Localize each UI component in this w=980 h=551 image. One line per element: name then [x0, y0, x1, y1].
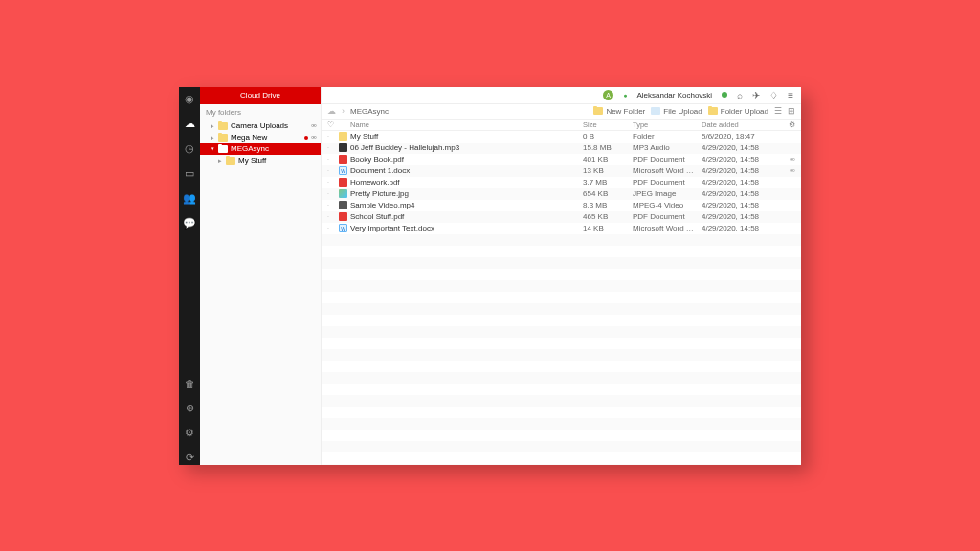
empty-row	[322, 257, 801, 269]
file-date: 4/29/2020, 14:58	[702, 224, 780, 232]
folder-icon	[218, 134, 228, 142]
sidebar-item-mega-new[interactable]: ▸Mega New⚮	[200, 132, 321, 143]
grid-view-icon[interactable]: ⊞	[788, 106, 795, 116]
file-size: 465 KB	[583, 212, 633, 221]
chat-icon[interactable]: 💬	[183, 217, 196, 231]
sync-dot-icon	[304, 136, 308, 140]
transfers-icon[interactable]: ⊛	[183, 402, 196, 415]
favorite-toggle[interactable]: ·	[327, 167, 339, 174]
file-upload-button[interactable]: File Upload	[651, 107, 702, 116]
favorite-toggle[interactable]: ·	[327, 144, 339, 151]
file-type: MPEG-4 Video	[633, 201, 702, 209]
refresh-icon[interactable]: ⟳	[183, 452, 196, 465]
chevron-right-icon: ›	[342, 106, 345, 116]
favorite-toggle[interactable]: ·	[327, 225, 339, 231]
file-icon: W	[339, 166, 350, 175]
list-view-icon[interactable]: ☰	[774, 106, 782, 116]
empty-row	[322, 338, 801, 349]
folder-label: Camera Uploads	[231, 121, 308, 130]
search-icon[interactable]: ⌕	[737, 90, 743, 100]
empty-row	[322, 372, 801, 384]
table-row[interactable]: ·Booky Book.pdf401 KBPDF Document4/29/20…	[322, 154, 801, 165]
avatar[interactable]: A	[603, 90, 613, 100]
expand-arrow-icon[interactable]: ▸	[210, 122, 215, 130]
file-type: PDF Document	[633, 155, 702, 164]
table-row[interactable]: ·Pretty Picture.jpg654 KBJPEG Image4/29/…	[322, 188, 801, 200]
table-row[interactable]: ·WVery Important Text.docx14 KBMicrosoft…	[322, 223, 801, 234]
file-name: Homework.pdf	[350, 178, 583, 187]
file-icon	[339, 201, 350, 209]
user-name[interactable]: Aleksandar Kochovski	[636, 91, 712, 99]
empty-row	[322, 464, 801, 465]
folder-icon	[218, 122, 228, 130]
sidebar-item-megasync[interactable]: ▾MEGAsync	[200, 143, 321, 155]
folder-label: Mega New	[231, 133, 301, 142]
file-name: Sample Video.mp4	[350, 201, 583, 209]
name-column[interactable]: Name	[350, 121, 583, 129]
table-row[interactable]: ·My Stuff0 BFolder5/6/2020, 18:47	[322, 131, 801, 143]
cloud-icon[interactable]: ☁	[183, 118, 196, 131]
file-icon	[339, 178, 350, 187]
settings-icon[interactable]: ⚙	[183, 427, 196, 440]
file-size: 654 KB	[583, 189, 633, 198]
file-type: PDF Document	[633, 212, 702, 221]
expand-arrow-icon[interactable]: ▸	[217, 157, 223, 165]
file-name: School Stuff.pdf	[350, 212, 583, 221]
online-dot-icon: ●	[623, 92, 627, 99]
empty-row	[322, 361, 801, 372]
file-date: 4/29/2020, 14:58	[702, 212, 780, 221]
folder-icon	[226, 157, 235, 165]
sidebar-title: Cloud Drive	[200, 87, 321, 104]
table-row[interactable]: ·WDocument 1.docx13 KBMicrosoft Word …4/…	[322, 165, 801, 177]
favorite-toggle[interactable]: ·	[327, 202, 339, 209]
contacts-icon[interactable]: 👥	[183, 192, 196, 206]
new-folder-label: New Folder	[606, 107, 645, 116]
settings-column-icon[interactable]: ⚙	[780, 121, 795, 129]
favorite-toggle[interactable]: ·	[327, 179, 339, 186]
file-icon: W	[339, 224, 350, 232]
trash-icon[interactable]: 🗑	[183, 377, 196, 390]
rocket-icon[interactable]: ✈	[752, 90, 760, 100]
table-row[interactable]: ·Sample Video.mp48.3 MBMPEG-4 Video4/29/…	[322, 200, 801, 211]
favorite-toggle[interactable]: ·	[327, 190, 339, 197]
favorite-toggle[interactable]: ·	[327, 213, 339, 220]
menu-icon[interactable]: ≡	[788, 90, 793, 100]
file-size: 0 B	[583, 132, 633, 141]
table-row[interactable]: ·Homework.pdf3.7 MBPDF Document4/29/2020…	[322, 177, 801, 188]
expand-arrow-icon[interactable]: ▾	[210, 145, 215, 153]
app-window: ◉ ☁ ◷ ▭ 👥 💬 🗑 ⊛ ⚙ ⟳ Cloud Drive My folde…	[179, 87, 801, 465]
shared-icon[interactable]: ▭	[183, 167, 196, 181]
sidebar-section-label: My folders	[200, 104, 321, 121]
mega-icon[interactable]: ◉	[183, 93, 196, 106]
folder-upload-button[interactable]: Folder Upload	[708, 107, 768, 116]
file-type: JPEG Image	[633, 189, 702, 198]
table-row[interactable]: ·School Stuff.pdf465 KBPDF Document4/29/…	[322, 211, 801, 223]
empty-row	[322, 326, 801, 338]
status-indicator	[722, 92, 727, 98]
new-folder-button[interactable]: New Folder	[593, 107, 645, 116]
file-date: 4/29/2020, 14:58	[702, 201, 780, 209]
sidebar-item-my-stuff[interactable]: ▸My Stuff	[200, 155, 321, 166]
favorite-column[interactable]: ♡	[327, 121, 339, 129]
link-icon: ⚮	[780, 156, 795, 164]
empty-row	[322, 234, 801, 246]
cloud-breadcrumb-icon[interactable]: ☁	[327, 106, 336, 116]
type-column[interactable]: Type	[633, 121, 702, 129]
bell-icon[interactable]: ♢	[769, 90, 778, 100]
expand-arrow-icon[interactable]: ▸	[210, 134, 215, 142]
empty-row	[322, 292, 801, 303]
favorite-toggle[interactable]: ·	[327, 156, 339, 163]
file-date: 4/29/2020, 14:58	[702, 189, 780, 198]
size-column[interactable]: Size	[583, 121, 633, 129]
favorite-toggle[interactable]: ·	[327, 133, 339, 140]
file-type: Folder	[633, 132, 702, 141]
recents-icon[interactable]: ◷	[183, 143, 196, 156]
folder-upload-label: Folder Upload	[721, 107, 768, 116]
table-row[interactable]: ·06 Jeff Buckley - Hallelujah.mp315.8 MB…	[322, 143, 801, 154]
breadcrumb-current[interactable]: MEGAsync	[350, 107, 389, 116]
file-name: Document 1.docx	[350, 166, 583, 175]
date-column[interactable]: Date added	[702, 121, 780, 129]
link-icon: ⚮	[311, 134, 317, 142]
sidebar-item-camera-uploads[interactable]: ▸Camera Uploads⚮	[200, 121, 321, 132]
file-date: 4/29/2020, 14:58	[702, 155, 780, 164]
